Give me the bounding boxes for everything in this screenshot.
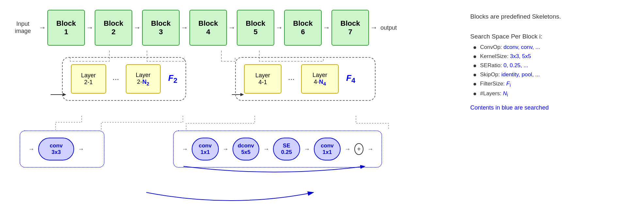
- arrow-into-bl: →: [28, 146, 34, 153]
- arrow-0: →: [39, 23, 46, 32]
- bullet-filtersize: FilterSize: Fi: [474, 81, 643, 88]
- arrow-br-3: →: [304, 146, 310, 153]
- arrow-6: →: [323, 23, 330, 32]
- block-4: Block 4: [189, 10, 227, 46]
- bullet-seratio: SERatio: 0, 0.25, ...: [474, 62, 643, 69]
- bullet-kernelsize: KernelSize: 3x3, 5x5: [474, 53, 643, 60]
- panel-subtitle: Search Space Per Block i:: [470, 33, 643, 40]
- bullet-dot-6: [474, 93, 476, 95]
- block-3: Block 3: [142, 10, 180, 46]
- bottom-container: → conv 3x3 → → conv 1x1 → dconv 5x5: [20, 130, 382, 168]
- dots-left: ···: [113, 74, 119, 83]
- bullet-layers: #Layers: Ni: [474, 90, 643, 98]
- arrow-3: →: [181, 23, 188, 32]
- layer-4-1: Layer 4-1: [244, 64, 282, 94]
- layer-2-n2: Layer 2-N2: [126, 64, 161, 94]
- bullet-dot-2: [474, 55, 476, 58]
- f4-label: F4: [346, 73, 355, 85]
- block-6: Block 6: [284, 10, 322, 46]
- bullet-dot-1: [474, 46, 476, 49]
- oval-conv-1x1-a: conv 1x1: [192, 138, 219, 160]
- arrow-2: →: [134, 23, 141, 32]
- main-container: Inputimage → Block 1 → Block 2 → Block 3…: [0, 0, 644, 212]
- oval-conv-3x3: conv 3x3: [38, 138, 74, 160]
- arrow-br-4: →: [345, 146, 350, 153]
- arrow-4: →: [228, 23, 235, 32]
- bullet-dot-5: [474, 83, 476, 85]
- block-5: Block 5: [237, 10, 274, 46]
- diagram-area: Inputimage → Block 1 → Block 2 → Block 3…: [10, 7, 460, 205]
- oval-dconv-5x5: dconv 5x5: [233, 138, 260, 160]
- expand-box-left: Layer 2-1 ··· Layer 2-N2 F2: [62, 57, 186, 101]
- dots-right: ···: [288, 74, 295, 83]
- bullet-dot-4: [474, 74, 476, 76]
- layer-4-n4: Layer 4-N4: [301, 64, 339, 94]
- bullet-convop: ConvOp: dconv, conv, ...: [474, 44, 643, 51]
- arrow-br-5: →: [367, 146, 373, 153]
- arrow-out-bl: →: [78, 146, 84, 153]
- bottom-left-box: → conv 3x3 →: [20, 130, 105, 168]
- block-2: Block 2: [95, 10, 132, 46]
- searched-note: Contents in blue are searched: [470, 104, 643, 111]
- block-7: Block 7: [331, 10, 369, 46]
- skip-connection-svg: [184, 165, 370, 176]
- oval-se-025: SE 0.25: [273, 138, 300, 160]
- bottom-right-box: → conv 1x1 → dconv 5x5 → SE 0.25 → conv: [173, 130, 382, 168]
- arrow-1: →: [86, 23, 93, 32]
- expand-container: Layer 2-1 ··· Layer 2-N2 F2 Layer 4-1 ··…: [62, 57, 441, 101]
- bullet-list: ConvOp: dconv, conv, ... KernelSize: 3x3…: [470, 44, 643, 98]
- bullet-dot-3: [474, 65, 476, 67]
- arrow-5: →: [276, 23, 283, 32]
- plus-circle: +: [354, 143, 363, 155]
- expand-box-right: Layer 4-1 ··· Layer 4-N4 F4: [235, 57, 376, 101]
- block-1: Block 1: [47, 10, 85, 46]
- arrow-br-1: →: [223, 146, 229, 153]
- panel-title: Blocks are predefined Skeletons.: [470, 13, 643, 20]
- arrow-br-2: →: [263, 146, 269, 153]
- input-label: Inputimage: [10, 21, 36, 35]
- right-panel: Blocks are predefined Skeletons. Search …: [460, 7, 644, 118]
- oval-conv-1x1-b: conv 1x1: [314, 138, 341, 160]
- layer-2-1: Layer 2-1: [71, 64, 106, 94]
- bullet-skipop: SkipOp: identity, pool, ...: [474, 71, 643, 78]
- arrow-into-br: →: [182, 146, 188, 153]
- arrow-7: →: [370, 23, 378, 32]
- f2-label: F2: [168, 73, 177, 85]
- output-label: output: [380, 24, 397, 31]
- top-row: Inputimage → Block 1 → Block 2 → Block 3…: [10, 10, 447, 46]
